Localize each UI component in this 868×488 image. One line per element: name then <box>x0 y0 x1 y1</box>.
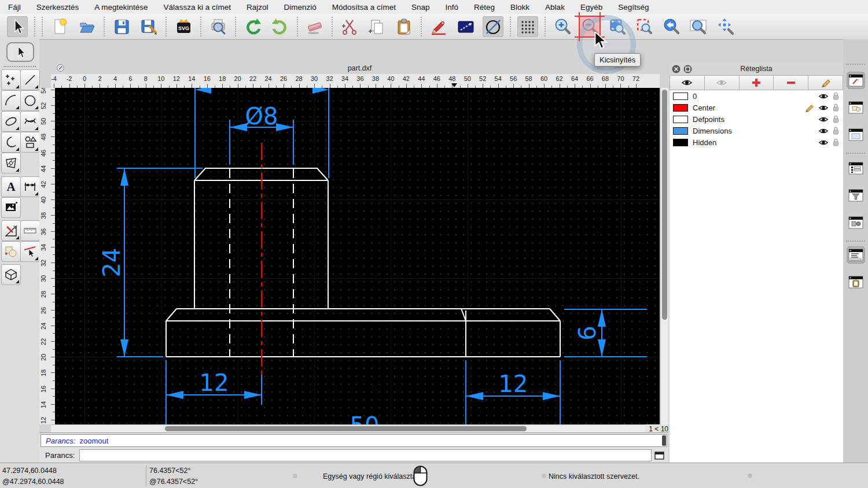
menu-m-dos-tsa-a-c-met[interactable]: Módosítsa a címet <box>332 3 396 12</box>
dock-pen-settings[interactable] <box>847 72 865 89</box>
layer-visibility-toggle[interactable] <box>818 116 829 123</box>
export-svg-button[interactable]: SVG <box>173 16 194 37</box>
document-title-bar[interactable]: part.dxf <box>51 62 668 74</box>
dimension-tool[interactable] <box>20 176 40 197</box>
layer-row-0[interactable]: 0 <box>670 90 843 102</box>
layer-row-center[interactable]: Center <box>670 102 843 113</box>
zoom-window-button[interactable] <box>688 16 709 37</box>
layer-row-defpoints[interactable]: Defpoints <box>670 113 843 125</box>
menu-v-lassza-ki-a-c-met[interactable]: Válassza ki a címet <box>164 3 231 12</box>
block-tool[interactable] <box>1 241 21 262</box>
dock-plugin[interactable] <box>847 214 865 231</box>
menu-szerkeszt-s[interactable]: Szerkesztés <box>36 3 79 12</box>
delete-button[interactable] <box>304 16 325 37</box>
menu-rajzol[interactable]: Rajzol <box>247 3 269 12</box>
menu-inf-[interactable]: Infó <box>446 3 459 12</box>
layer-visibility-toggle[interactable] <box>818 93 829 100</box>
lock-icon[interactable] <box>833 92 839 100</box>
circle-tool[interactable] <box>20 90 40 111</box>
menu-ablak[interactable]: Ablak <box>545 3 565 12</box>
ortho-box-button[interactable] <box>455 16 476 37</box>
dock-library[interactable] <box>847 126 865 143</box>
layer-color-swatch[interactable] <box>673 93 688 100</box>
add-layer-button[interactable] <box>740 76 774 90</box>
eye-icon[interactable] <box>818 139 829 146</box>
arc-tool[interactable] <box>1 90 21 111</box>
measure-tool[interactable] <box>20 220 40 241</box>
ellipse-tool[interactable] <box>1 111 21 132</box>
vertical-scrollbar[interactable] <box>660 88 668 424</box>
layer-color-swatch[interactable] <box>673 116 688 123</box>
lock-icon[interactable] <box>833 127 839 135</box>
dock-filter[interactable] <box>847 187 865 204</box>
command-input[interactable] <box>79 449 652 461</box>
3d-tool[interactable] <box>1 264 21 285</box>
keyboard-toggle-button[interactable] <box>654 452 664 460</box>
undo-button[interactable] <box>242 16 263 37</box>
draft-mode-button[interactable] <box>483 16 503 37</box>
zoom-auto-button[interactable] <box>606 16 627 37</box>
zoom-selection-button[interactable] <box>634 16 654 37</box>
dock-command-line[interactable] <box>847 246 865 264</box>
image-tool[interactable] <box>1 197 21 218</box>
lock-icon[interactable] <box>833 115 839 123</box>
paste-button[interactable] <box>393 16 414 37</box>
open-file-button[interactable] <box>76 16 97 37</box>
layer-row-dimensions[interactable]: Dimensions <box>670 125 843 136</box>
select-tool-button[interactable] <box>7 16 28 37</box>
hatch-tool[interactable] <box>1 153 21 173</box>
menu-f-jl[interactable]: Fájl <box>8 3 21 12</box>
vertical-scrollbar-thumb[interactable] <box>662 90 667 320</box>
text-tool[interactable]: A <box>1 176 21 197</box>
pen-tool-button[interactable] <box>428 16 449 37</box>
grid-toggle-button[interactable] <box>517 16 538 37</box>
cut-button[interactable] <box>339 16 360 37</box>
polygon-tool[interactable] <box>20 132 40 153</box>
eye-icon[interactable] <box>818 116 829 123</box>
zoom-out-button[interactable]: Kicsinyítés <box>579 16 600 37</box>
zoom-previous-button[interactable] <box>661 16 682 37</box>
modify-tool[interactable] <box>1 220 21 241</box>
horizontal-scrollbar[interactable] <box>51 424 645 433</box>
line-tool[interactable] <box>20 69 40 90</box>
dock-blocks[interactable] <box>847 99 865 116</box>
layer-lock-toggle[interactable] <box>833 92 839 100</box>
layer-row-hidden[interactable]: Hidden <box>670 136 843 148</box>
eye-icon[interactable] <box>818 127 829 135</box>
new-file-button[interactable] <box>49 16 70 37</box>
layer-lock-toggle[interactable] <box>833 138 839 146</box>
points-tool[interactable] <box>1 69 21 90</box>
dock-layer-list[interactable] <box>847 160 865 177</box>
layer-color-swatch[interactable] <box>673 127 688 135</box>
save-button[interactable] <box>111 16 132 37</box>
copy-button[interactable] <box>366 16 387 37</box>
redo-button[interactable] <box>270 16 290 37</box>
remove-layer-button[interactable] <box>774 76 808 90</box>
palette-select-tool[interactable] <box>6 42 34 62</box>
layer-lock-toggle[interactable] <box>833 115 839 123</box>
eye-icon[interactable] <box>818 93 829 100</box>
layer-color-swatch[interactable] <box>673 104 688 112</box>
menu-a-megtekint-se[interactable]: A megtekintése <box>94 3 148 12</box>
horizontal-scrollbar-thumb[interactable] <box>165 426 527 431</box>
hide-all-layers-button[interactable] <box>705 76 740 90</box>
zoom-pan-button[interactable] <box>715 16 736 37</box>
layer-color-swatch[interactable] <box>673 139 688 146</box>
menu-seg-ts-g[interactable]: Segítség <box>618 3 649 12</box>
history-scrollbar-thumb[interactable] <box>662 435 666 446</box>
print-preview-button[interactable] <box>208 16 229 37</box>
spline-tool[interactable] <box>20 111 40 132</box>
dock-clipboard[interactable] <box>847 273 865 291</box>
show-all-layers-button[interactable] <box>670 76 705 90</box>
menu-egy-b[interactable]: Egyéb <box>580 3 602 12</box>
layer-visibility-toggle[interactable] <box>818 104 829 112</box>
menu-snap[interactable]: Snap <box>411 3 430 12</box>
drawing-canvas[interactable]: Ø8 24 12 12 6 50 <box>55 88 660 424</box>
menu-dimenzi-[interactable]: Dimenzió <box>284 3 316 12</box>
zoom-in-button[interactable] <box>552 16 573 37</box>
lock-icon[interactable] <box>833 103 839 112</box>
save-as-button[interactable] <box>138 16 159 37</box>
polyline-tool[interactable] <box>1 132 21 153</box>
edit-layer-button[interactable] <box>808 76 843 90</box>
layer-visibility-toggle[interactable] <box>818 127 829 135</box>
